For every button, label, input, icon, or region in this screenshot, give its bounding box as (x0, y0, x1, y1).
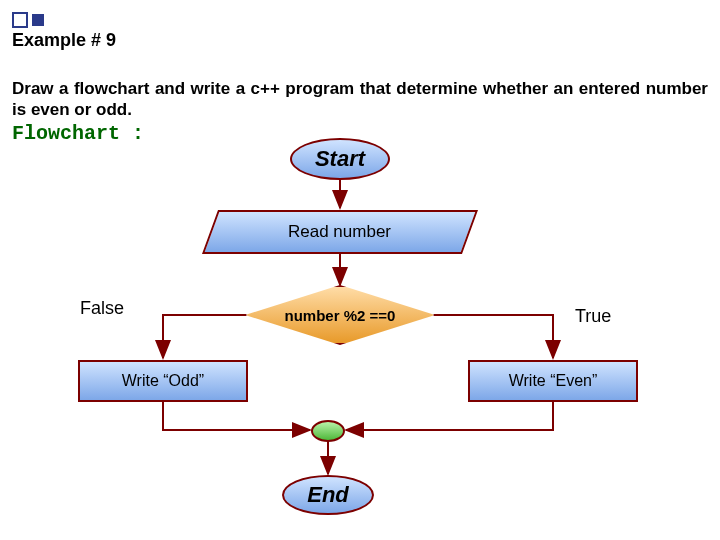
write-odd-label: Write “Odd” (122, 372, 204, 390)
start-label: Start (315, 146, 365, 172)
start-node: Start (290, 138, 390, 180)
true-label: True (575, 306, 611, 327)
end-label: End (307, 482, 349, 508)
merge-connector (311, 420, 345, 442)
bullet-outer-square (12, 12, 28, 28)
flowchart-diagram: Start Read number False number %2 ==0 Tr… (0, 130, 720, 540)
read-input-label: Read number (288, 222, 391, 242)
write-odd-node: Write “Odd” (78, 360, 248, 402)
decision-label: number %2 ==0 (285, 307, 396, 324)
bullet-inner-square (32, 14, 44, 26)
end-node: End (282, 475, 374, 515)
decision-node: number %2 ==0 (245, 285, 435, 345)
read-input-node: Read number (202, 210, 478, 254)
write-even-node: Write “Even” (468, 360, 638, 402)
false-label: False (80, 298, 124, 319)
slide-bullet-decoration (12, 12, 44, 28)
slide-title: Example # 9 (12, 30, 116, 51)
write-even-label: Write “Even” (509, 372, 598, 390)
decision-diamond: number %2 ==0 (245, 285, 435, 345)
problem-description: Draw a flowchart and write a c++ program… (12, 78, 708, 121)
